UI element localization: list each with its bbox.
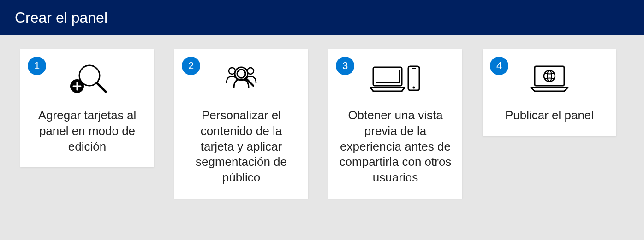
step-text: Personalizar el contenido de la tarjeta …	[184, 108, 299, 186]
diagram-container: Crear el panel 1 Agregar tarjetas al pan…	[0, 0, 644, 240]
step-text: Publicar el panel	[505, 108, 594, 123]
add-magnify-icon	[64, 59, 110, 99]
steps-row: 1 Agregar tarjetas al panel en modo de e…	[0, 35, 644, 240]
laptop-mobile-icon	[368, 59, 423, 99]
laptop-globe-icon	[526, 59, 572, 99]
step-number-badge: 1	[28, 57, 46, 75]
panel-title-bar: Crear el panel	[0, 0, 644, 35]
step-card-1: 1 Agregar tarjetas al panel en modo de e…	[20, 49, 154, 167]
step-text: Agregar tarjetas al panel en modo de edi…	[30, 108, 145, 154]
step-text: Obtener una vista previa de la experienc…	[338, 108, 453, 186]
svg-point-7	[237, 70, 245, 78]
step-card-2: 2 Personalizar el conte	[174, 49, 308, 199]
step-number-badge: 2	[182, 57, 200, 75]
svg-rect-11	[376, 70, 399, 83]
audience-magnify-icon	[218, 59, 264, 99]
svg-point-13	[413, 86, 415, 88]
svg-line-1	[97, 83, 106, 92]
step-card-3: 3 Obtener una vista previa de la experie…	[328, 49, 462, 199]
step-card-4: 4 Publicar el panel	[483, 49, 616, 136]
panel-title: Crear el panel	[15, 9, 107, 26]
step-number-badge: 3	[336, 57, 354, 75]
step-number-badge: 4	[490, 57, 508, 75]
